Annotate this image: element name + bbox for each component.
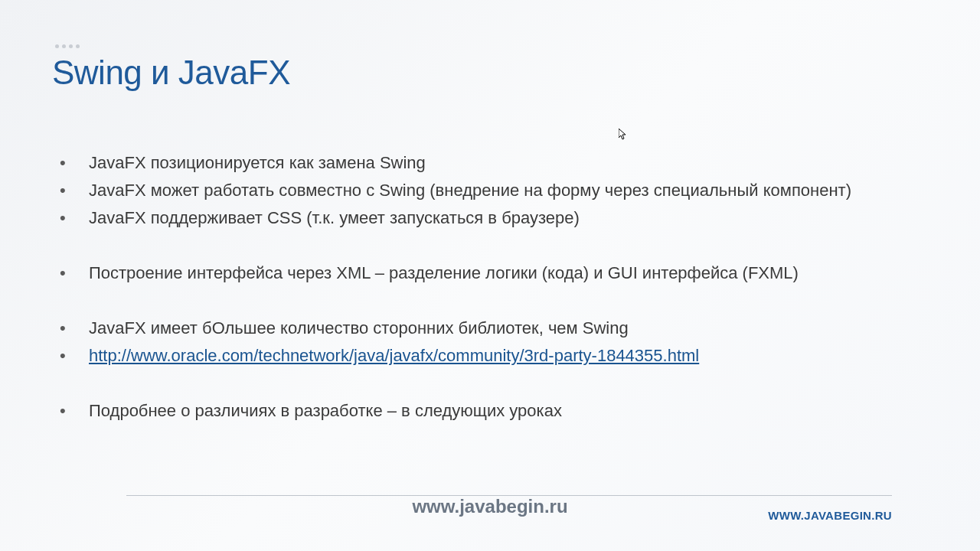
- decorative-dots: [55, 44, 80, 48]
- slide-title: Swing и JavaFX: [52, 54, 290, 92]
- bullet-item: JavaFX имеет бОльшее количество сторонни…: [52, 315, 934, 342]
- bullet-link: http://www.oracle.com/technetwork/java/j…: [52, 342, 934, 370]
- bullet-item: JavaFX поддерживает CSS (т.к. умеет запу…: [52, 204, 934, 232]
- bullet-item: Подробнее о различиях в разработке – в с…: [52, 397, 934, 425]
- footer-url-center: www.javabegin.ru: [412, 496, 567, 517]
- oracle-link[interactable]: http://www.oracle.com/technetwork/java/j…: [89, 346, 699, 365]
- slide-content: JavaFX позиционируется как замена Swing …: [52, 149, 934, 425]
- bullet-item: JavaFX позиционируется как замена Swing: [52, 149, 934, 177]
- mouse-cursor-icon: [619, 129, 628, 141]
- bullet-item: JavaFX может работать совместно с Swing …: [52, 177, 934, 204]
- bullet-item: Построение интерфейса через XML – раздел…: [52, 259, 934, 287]
- footer-url-right: WWW.JAVABEGIN.RU: [768, 509, 892, 522]
